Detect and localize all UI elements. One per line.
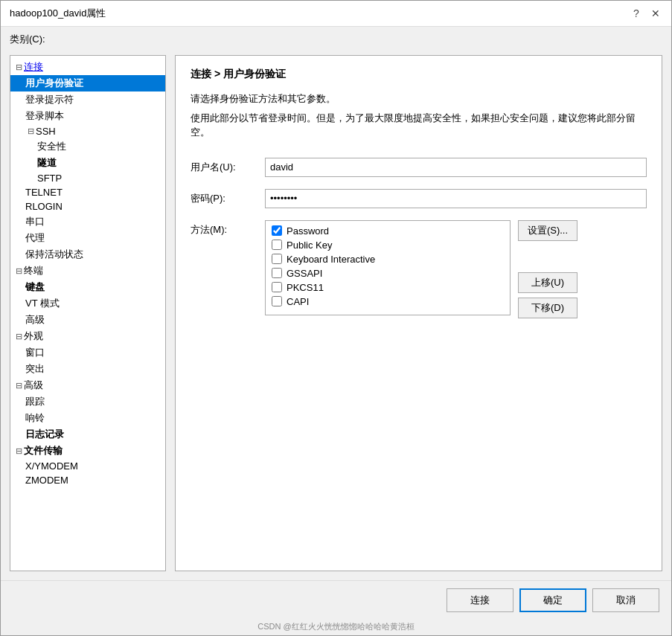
tree-item-sftp[interactable]: SFTP: [10, 171, 165, 185]
tree-label-lian-jie: 连接: [24, 60, 43, 74]
password-row: 密码(P):: [191, 189, 647, 208]
breadcrumb: 连接 > 用户身份验证: [191, 68, 647, 81]
tree-item-dai-li[interactable]: 代理: [10, 230, 165, 246]
tree-item-gao-ji2[interactable]: ⊟ 高级: [10, 377, 165, 394]
move-up-button[interactable]: 上移(U): [518, 272, 577, 293]
form-section: 用户名(U): 密码(P): 方法(M): Password: [191, 158, 647, 559]
username-row: 用户名(U):: [191, 158, 647, 177]
method-label-password: Password: [287, 225, 329, 237]
method-section: 方法(M): Password Public Key: [191, 220, 647, 318]
tree-item-deng-lu-jiao-ben[interactable]: 登录脚本: [10, 108, 165, 124]
tree-item-tu-chu[interactable]: 突出: [10, 361, 165, 377]
tree-item-xymodem[interactable]: X/YMODEM: [10, 459, 165, 473]
tree-label-sui-dao: 隧道: [37, 156, 57, 170]
tree-label-zmodem: ZMODEM: [25, 475, 68, 486]
tree-label-zhong-duan: 终端: [24, 264, 43, 277]
expand-icon-wai-guan: ⊟: [13, 332, 24, 341]
tree-label-chuang-kou: 窗口: [25, 346, 45, 359]
method-label-gssapi: GSSAPI: [287, 268, 322, 279]
connect-button[interactable]: 连接: [447, 588, 513, 612]
tree-item-bao-chi[interactable]: 保持活动状态: [10, 246, 165, 263]
method-checkbox-keyboard[interactable]: [272, 254, 282, 264]
expand-icon-ssh: ⊟: [25, 126, 36, 136]
tree-item-deng-lu-ti-shi[interactable]: 登录提示符: [10, 91, 165, 108]
desc2: 使用此部分以节省登录时间。但是，为了最大限度地提高安全性，如果担心安全问题，建议…: [191, 111, 647, 140]
tree-item-wai-guan[interactable]: ⊟ 外观: [10, 328, 165, 344]
method-label-pkcs11: PKCS11: [287, 282, 324, 293]
method-item-keyboard[interactable]: Keyboard Interactive: [272, 254, 504, 265]
tree-label-vt: VT 模式: [25, 297, 60, 310]
tree-item-an-quan[interactable]: 安全性: [10, 138, 165, 155]
tree-label-gao-ji1: 高级: [25, 313, 45, 327]
tree-label-deng-lu-ti-shi: 登录提示符: [25, 93, 74, 106]
tree-item-telnet[interactable]: TELNET: [10, 185, 165, 199]
dialog-body: ⊟ 连接 用户身份验证 登录提示符 登录脚本 ⊟ SSH 安全性 隧道: [1, 46, 671, 580]
tree-item-rlogin[interactable]: RLOGIN: [10, 199, 165, 213]
tree-label-xymodem: X/YMODEM: [25, 460, 78, 472]
tree-item-chuan-kou[interactable]: 串口: [10, 213, 165, 230]
close-button[interactable]: ✕: [649, 7, 662, 20]
move-down-button[interactable]: 下移(D): [518, 298, 577, 318]
tree-item-gao-ji1[interactable]: 高级: [10, 312, 165, 328]
tree-item-ling-ling[interactable]: 响铃: [10, 410, 165, 426]
tree-label-wen-jian: 文件传输: [24, 444, 63, 457]
side-buttons: 设置(S)... 上移(U) 下移(D): [518, 220, 577, 318]
method-item-pkcs11[interactable]: PKCS11: [272, 282, 504, 293]
tree-item-lian-jie[interactable]: ⊟ 连接: [10, 59, 165, 75]
method-item-password[interactable]: Password: [272, 225, 504, 237]
cancel-button[interactable]: 取消: [592, 588, 659, 612]
tree-label-gen-zong: 跟踪: [25, 395, 45, 408]
tree-label-ssh: SSH: [36, 126, 56, 137]
method-item-capi[interactable]: CAPI: [272, 296, 504, 307]
method-label-public-key: Public Key: [287, 240, 332, 251]
tree-item-ri-zhi[interactable]: 日志记录: [10, 426, 165, 443]
method-checkbox-public-key[interactable]: [272, 240, 282, 250]
tree-item-wen-jian[interactable]: ⊟ 文件传输: [10, 443, 165, 459]
method-label-keyboard: Keyboard Interactive: [287, 254, 375, 265]
tree-panel: ⊟ 连接 用户身份验证 登录提示符 登录脚本 ⊟ SSH 安全性 隧道: [10, 55, 166, 571]
dialog-window: hadoop100_david属性 ? ✕ 类别(C): ⊟ 连接 用户身份验证…: [0, 0, 672, 636]
tree-label-bao-chi: 保持活动状态: [25, 248, 83, 261]
method-list: Password Public Key Keyboard Interactive: [265, 220, 511, 315]
desc1: 请选择身份验证方法和其它参数。: [191, 91, 647, 106]
tree-label-an-quan: 安全性: [37, 140, 66, 153]
tree-label-telnet: TELNET: [25, 187, 63, 198]
expand-icon-zhong-duan: ⊟: [13, 266, 24, 276]
tree-label-jian-pan: 键盘: [25, 280, 45, 294]
window-title: hadoop100_david属性: [10, 7, 106, 20]
tree-label-dai-li: 代理: [25, 231, 45, 245]
tree-item-sui-dao[interactable]: 隧道: [10, 155, 165, 171]
method-checkbox-pkcs11[interactable]: [272, 282, 282, 292]
tree-item-gen-zong[interactable]: 跟踪: [10, 394, 165, 410]
tree-label-deng-lu-jiao-ben: 登录脚本: [25, 109, 64, 123]
expand-icon-lian-jie: ⊟: [13, 62, 24, 72]
ok-button[interactable]: 确定: [519, 588, 586, 612]
tree-item-ssh[interactable]: ⊟ SSH: [10, 124, 165, 138]
tree-label-gao-ji2: 高级: [24, 379, 43, 392]
settings-button[interactable]: 设置(S)...: [518, 220, 577, 241]
tree-item-yong-hu[interactable]: 用户身份验证: [10, 75, 165, 91]
tree-label-wai-guan: 外观: [24, 330, 43, 343]
tree-label-ling-ling: 响铃: [25, 411, 45, 425]
dialog-footer: 连接 确定 取消: [1, 580, 671, 620]
title-icons: ? ✕: [630, 7, 662, 20]
tree-label-rlogin: RLOGIN: [25, 201, 63, 212]
method-label-capi: CAPI: [287, 296, 309, 307]
method-checkbox-capi[interactable]: [272, 296, 282, 306]
content-panel: 连接 > 用户身份验证 请选择身份验证方法和其它参数。 使用此部分以节省登录时间…: [175, 55, 662, 571]
category-label: 类别(C):: [10, 33, 45, 45]
tree-item-vt[interactable]: VT 模式: [10, 295, 165, 312]
help-button[interactable]: ?: [630, 7, 643, 20]
method-checkbox-gssapi[interactable]: [272, 268, 282, 278]
tree-item-zhong-duan[interactable]: ⊟ 终端: [10, 263, 165, 279]
method-item-gssapi[interactable]: GSSAPI: [272, 268, 504, 279]
tree-item-chuang-kou[interactable]: 窗口: [10, 344, 165, 361]
username-label: 用户名(U):: [191, 158, 265, 174]
tree-item-jian-pan[interactable]: 键盘: [10, 279, 165, 295]
tree-item-zmodem[interactable]: ZMODEM: [10, 473, 165, 487]
password-input[interactable]: [265, 189, 647, 208]
method-item-public-key[interactable]: Public Key: [272, 240, 504, 251]
tree-label-tu-chu: 突出: [25, 362, 45, 376]
username-input[interactable]: [265, 158, 647, 177]
method-checkbox-password[interactable]: [272, 225, 282, 236]
